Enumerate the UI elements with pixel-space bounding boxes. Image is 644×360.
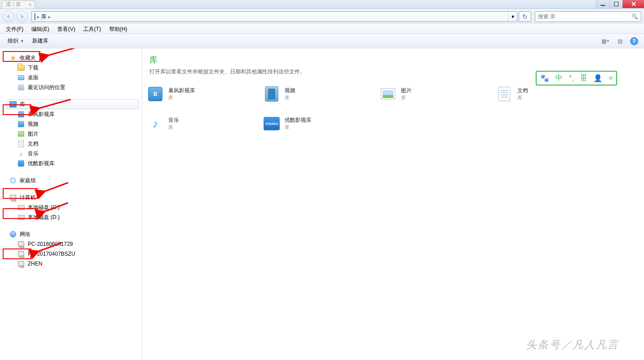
tree-network-pc3[interactable]: ZHEN <box>0 259 142 269</box>
recent-icon <box>17 83 25 91</box>
tree-pictures[interactable]: 图片 <box>0 129 142 139</box>
network-icon <box>9 230 17 238</box>
window-controls <box>596 0 644 8</box>
body: ★ 收藏夹 下载 桌面 最近访问的位置 库 暴风影视库 视频 图片 文档 ♪音乐… <box>0 48 644 360</box>
address-dropdown[interactable]: ▾ <box>508 12 517 21</box>
tree-label: ZHEN <box>28 261 43 267</box>
menu-view[interactable]: 查看(V) <box>53 24 79 34</box>
address-seg-root[interactable]: ▸ 库 ▸ <box>32 12 53 21</box>
tree-youku[interactable]: 优酷影视库 <box>0 159 142 168</box>
tree-disk-c[interactable]: 本地磁盘 (C:) <box>0 202 142 212</box>
tree-network[interactable]: 网络 <box>0 229 142 239</box>
search-box[interactable]: 🔍 <box>535 11 641 22</box>
tree-music[interactable]: ♪音乐 <box>0 149 142 159</box>
library-item-video[interactable]: 视频库 <box>261 84 378 104</box>
tree-recent[interactable]: 最近访问的位置 <box>0 82 142 92</box>
floating-toolbar[interactable]: 🐾 中 °, 🗄 👤 ⌗ <box>536 71 617 86</box>
menu-tools[interactable]: 工具(T) <box>79 24 105 34</box>
music-icon: ♪ <box>17 150 25 158</box>
tree-network-pc1[interactable]: PC-201606031729 <box>0 239 142 249</box>
item-subtitle: 库 <box>285 124 311 131</box>
new-library-button[interactable]: 新建库 <box>28 35 52 47</box>
float-icon[interactable]: ⌗ <box>609 74 613 82</box>
search-icon[interactable]: 🔍 <box>631 13 638 20</box>
computer-icon <box>17 240 25 248</box>
tree-label: 库 <box>20 101 25 108</box>
refresh-button[interactable]: ↻ <box>519 11 531 22</box>
menu-bar: 文件(F) 编辑(E) 查看(V) 工具(T) 帮助(H) <box>0 24 644 34</box>
tree-label: 桌面 <box>28 74 38 81</box>
tree-favorites[interactable]: ★ 收藏夹 <box>0 53 142 63</box>
disk-icon <box>17 213 25 221</box>
video-icon <box>17 120 25 128</box>
video-lib-icon <box>17 110 25 118</box>
float-icon[interactable]: 👤 <box>593 74 602 82</box>
float-icon[interactable]: 🐾 <box>540 74 549 82</box>
page-title: 库 <box>149 55 637 65</box>
item-title: 文档 <box>517 87 528 94</box>
tree-label: 家庭组 <box>20 177 36 184</box>
close-button[interactable] <box>623 0 644 8</box>
back-button[interactable] <box>3 11 14 22</box>
watermark: 头条号／凡人凡言 <box>526 338 619 352</box>
tree-network-pc2[interactable]: PC-20170407BSZU <box>0 249 142 259</box>
library-item-baofeng[interactable]: B 暴风影视库库 <box>145 84 261 104</box>
tree-video[interactable]: 视频 <box>0 119 142 129</box>
tree-label: 暴风影视库 <box>28 111 55 118</box>
item-grid: B 暴风影视库库 视频库 图片库 文档库 ♪ 音乐库 YOUKU 优酷影视库库 <box>142 84 644 134</box>
search-input[interactable] <box>538 13 631 20</box>
tree-desktop[interactable]: 桌面 <box>0 73 142 82</box>
chevron-right-icon[interactable]: ▸ <box>37 14 39 19</box>
item-title: 优酷影视库 <box>285 116 311 124</box>
address-bar[interactable]: ▸ 库 ▸ ▾ <box>31 11 517 22</box>
newlib-label: 新建库 <box>32 37 48 45</box>
downloads-icon <box>17 64 25 72</box>
minimize-button[interactable] <box>596 0 609 8</box>
menu-edit[interactable]: 编辑(E) <box>27 24 53 34</box>
item-subtitle: 库 <box>517 94 528 101</box>
tree-computer[interactable]: 计算机 <box>0 193 142 202</box>
computer-icon <box>17 250 25 258</box>
menu-file[interactable]: 文件(F) <box>2 24 27 34</box>
picture-icon <box>17 130 25 138</box>
tree-label: 最近访问的位置 <box>28 84 65 91</box>
tree-baofeng[interactable]: 暴风影视库 <box>0 109 142 119</box>
tree-label: 本地磁盘 (C:) <box>28 204 60 211</box>
float-icon[interactable]: °, <box>569 74 574 82</box>
tree-documents[interactable]: 文档 <box>0 139 142 149</box>
tree-label: 本地磁盘 (D:) <box>28 214 60 221</box>
chevron-down-icon: ▼ <box>20 39 24 43</box>
float-icon[interactable]: 🗄 <box>580 74 587 82</box>
titlebar: 库 / 库 × <box>0 0 644 9</box>
tree-homegroup[interactable]: 家庭组 <box>0 176 142 185</box>
preview-pane-button[interactable]: ▤ <box>614 36 626 47</box>
organize-label: 组织 <box>8 37 18 45</box>
tree-libraries[interactable]: 库 <box>6 99 139 109</box>
browser-tab[interactable]: 库 / 库 × <box>2 0 35 9</box>
computer-icon <box>9 193 17 201</box>
item-subtitle: 库 <box>401 94 412 101</box>
svg-rect-1 <box>614 2 618 6</box>
library-icon <box>9 100 17 108</box>
forward-button[interactable] <box>16 11 28 22</box>
library-item-music[interactable]: ♪ 音乐库 <box>145 113 261 134</box>
library-item-youku[interactable]: YOUKU 优酷影视库库 <box>261 113 378 134</box>
library-item-documents[interactable]: 文档库 <box>494 84 610 104</box>
menu-help[interactable]: 帮助(H) <box>105 24 132 34</box>
view-options-button[interactable]: ▦▼ <box>599 36 612 47</box>
tab-label: 库 / 库 <box>6 1 21 9</box>
maximize-button[interactable] <box>609 0 623 8</box>
star-icon: ★ <box>9 54 17 62</box>
tree-disk-d[interactable]: 本地磁盘 (D:) <box>0 212 142 222</box>
library-icon <box>34 13 35 20</box>
help-button[interactable]: ? <box>628 36 640 47</box>
nav-tree: ★ 收藏夹 下载 桌面 最近访问的位置 库 暴风影视库 视频 图片 文档 ♪音乐… <box>0 48 142 360</box>
float-icon[interactable]: 中 <box>555 73 563 83</box>
video-icon <box>263 86 280 103</box>
organize-button[interactable]: 组织 ▼ <box>4 35 28 47</box>
tree-label: 下载 <box>28 64 38 72</box>
tree-downloads[interactable]: 下载 <box>0 63 142 73</box>
chevron-right-icon[interactable]: ▸ <box>48 14 51 19</box>
library-item-pictures[interactable]: 图片库 <box>378 84 494 104</box>
tab-close-icon[interactable]: × <box>29 2 32 8</box>
